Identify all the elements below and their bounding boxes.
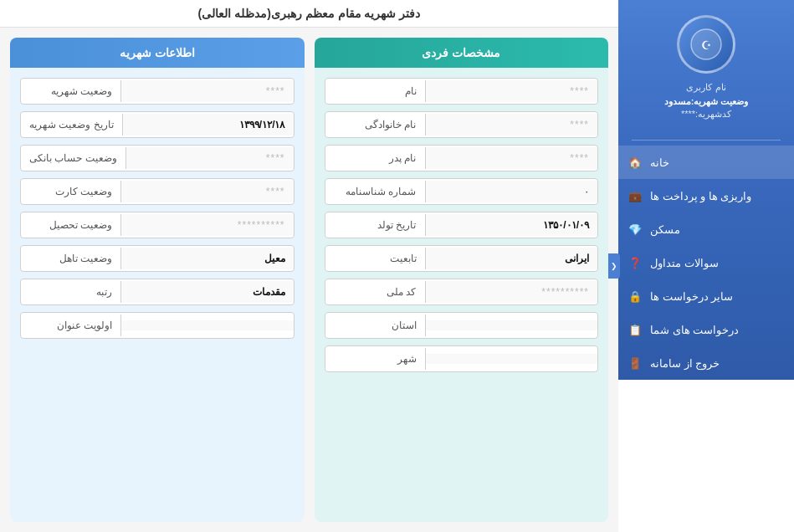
shahrieh-panel-header: اطلاعات شهریه [10,38,305,68]
field-education-status-value: ********** [121,214,294,236]
shahrieh-panel-body: **** وضعیت شهریه ۱۳۹۹/۱۲/۱۸ تاریخ وضعیت … [10,68,305,522]
field-marital-status: معیل وضعیت تاهل [20,245,295,272]
home-icon: 🏠 [627,154,643,171]
field-province: استان [325,312,599,339]
field-city: شهر [325,345,599,372]
field-shahrieh-date-value: ۱۳۹۹/۱۲/۱۸ [123,114,294,136]
field-id-number-value: ۰ [426,181,598,202]
field-birthdate-label: تاریخ تولد [325,214,426,236]
sidebar-item-label-home: خانه [650,156,669,169]
sidebar-item-housing[interactable]: مسکن 💎 [618,212,794,246]
sidebar-item-label-payments: واریزی ها و پرداخت ها [650,190,751,202]
field-title-priority: اولویت عنوان [20,312,295,339]
field-lastname-label: نام خانوادگی [325,114,426,136]
field-father-value: **** [426,147,598,169]
sidebar-collapse-button[interactable]: ❮ [608,253,620,279]
field-shahrieh-status-value: **** [121,80,294,102]
field-birthdate-value: ۱۳۵۰/۰۱/۰۹ [426,214,598,236]
field-education-status-label: وضعیت تحصیل [21,214,121,236]
field-lastname-value: **** [426,114,598,136]
field-education-status: ********** وضعیت تحصیل [20,212,295,238]
field-card-status-value: **** [121,181,294,202]
field-name: **** نام [325,78,599,105]
page-title: دفتر شهریه مقام معظم رهبری(مدظله العالی) [0,0,618,28]
field-father-label: نام پدر [325,147,426,169]
field-card-status: **** وضعیت کارت [20,178,295,205]
payments-icon: 💼 [627,187,643,204]
my-requests-icon: 📋 [627,321,643,338]
field-nationality-value: ایرانی [426,248,598,269]
field-city-label: شهر [325,348,426,370]
personal-panel-header: مشخصات فردی [315,38,609,68]
field-marital-status-value: معیل [121,248,294,269]
field-nationality: ایرانی تابعیت [325,245,599,272]
field-lastname: **** نام خانوادگی [325,111,599,138]
field-bank-status: **** وضعیت حساب بانکی [20,145,295,171]
field-bank-status-value: **** [126,147,294,169]
housing-icon: 💎 [627,221,643,238]
field-national-id-label: کد ملی [325,281,426,303]
field-nationality-label: تابعیت [325,248,426,269]
sidebar-item-logout[interactable]: خروج از سامانه 🚪 [618,346,794,380]
field-name-value: **** [426,80,598,102]
sidebar-item-my-requests[interactable]: درخواست های شما 📋 [618,313,794,346]
sidebar-item-payments[interactable]: واریزی ها و پرداخت ها 💼 [618,179,794,212]
sidebar-panel: ☪ نام کاربری وضعیت شهریه:مسدود کدشهریه:*… [618,0,794,380]
sidebar-item-label-logout: خروج از سامانه [650,357,720,370]
field-card-status-label: وضعیت کارت [21,181,121,202]
field-national-id-value: ********** [426,281,598,303]
field-city-value [426,354,598,364]
field-bank-status-label: وضعیت حساب بانکی [21,147,126,169]
sidebar-item-label-housing: مسکن [650,223,680,236]
sidebar-item-home[interactable]: خانه 🏠 [618,146,794,179]
field-shahrieh-status: **** وضعیت شهریه [20,78,295,105]
field-birthdate: ۱۳۵۰/۰۱/۰۹ تاریخ تولد [325,212,599,238]
personal-info-panel: مشخصات فردی **** نام **** نام خانوادگی *… [315,38,609,522]
field-rank-label: رتبه [21,281,121,303]
field-province-value [426,320,598,330]
sidebar-username: نام کاربری [686,82,725,93]
requests-icon: 🔒 [627,288,643,304]
field-shahrieh-status-label: وضعیت شهریه [21,80,121,102]
sidebar-status: وضعیت شهریه:مسدود [664,96,749,107]
svg-text:☪: ☪ [701,39,712,52]
field-marital-status-label: وضعیت تاهل [21,248,121,269]
sidebar-divider [632,140,781,141]
sidebar-nav: خانه 🏠 واریزی ها و پرداخت ها 💼 مسکن 💎 سو… [618,146,794,380]
logo-circle: ☪ [677,15,735,74]
logout-icon: 🚪 [627,355,643,371]
sidebar-item-requests[interactable]: سایر درخواست ها 🔒 [618,279,794,313]
sidebar-item-label-faq: سوالات متداول [650,257,719,269]
field-title-priority-label: اولویت عنوان [21,315,121,336]
field-father: **** نام پدر [325,145,599,171]
shahrieh-panel: اطلاعات شهریه **** وضعیت شهریه ۱۳۹۹/۱۲/۱… [10,38,305,522]
field-rank-value: مقدمات [121,281,294,303]
sidebar-item-label-requests: سایر درخواست ها [650,290,733,303]
sidebar-code: کدشهریه:**** [681,109,731,120]
main-content: دفتر شهریه مقام معظم رهبری(مدظله العالی)… [0,0,618,532]
sidebar: ☪ نام کاربری وضعیت شهریه:مسدود کدشهریه:*… [618,0,794,532]
field-shahrieh-date: ۱۳۹۹/۱۲/۱۸ تاریخ وضعیت شهریه [20,111,295,138]
field-id-number-label: شماره شناسنامه [325,181,426,202]
field-rank: مقدمات رتبه [20,279,295,305]
field-id-number: ۰ شماره شناسنامه [325,178,599,205]
sidebar-logo-area: ☪ نام کاربری وضعیت شهریه:مسدود کدشهریه:*… [618,0,794,135]
field-shahrieh-date-label: تاریخ وضعیت شهریه [21,114,123,136]
personal-panel-body: **** نام **** نام خانوادگی **** نام پدر … [315,68,609,522]
sidebar-item-label-my-requests: درخواست های شما [650,324,739,336]
field-province-label: استان [325,315,426,336]
faq-icon: ❓ [627,254,643,271]
sidebar-item-faq[interactable]: سوالات متداول ❓ [618,246,794,279]
field-national-id: ********** کد ملی [325,279,599,305]
content-area: مشخصات فردی **** نام **** نام خانوادگی *… [0,28,618,532]
field-title-priority-value [121,320,294,330]
field-name-label: نام [325,80,426,102]
